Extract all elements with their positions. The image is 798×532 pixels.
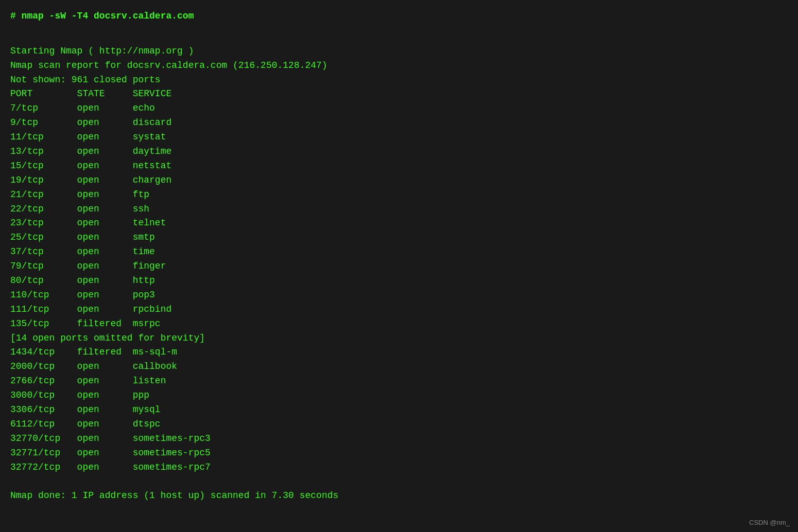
terminal-window: # nmap -sW -T4 docsrv.caldera.com Starti…	[10, 9, 788, 503]
command-line: # nmap -sW -T4 docsrv.caldera.com	[10, 9, 788, 24]
watermark: CSDN @nm_	[749, 518, 790, 528]
terminal-output: Starting Nmap ( http://nmap.org ) Nmap s…	[10, 30, 788, 503]
